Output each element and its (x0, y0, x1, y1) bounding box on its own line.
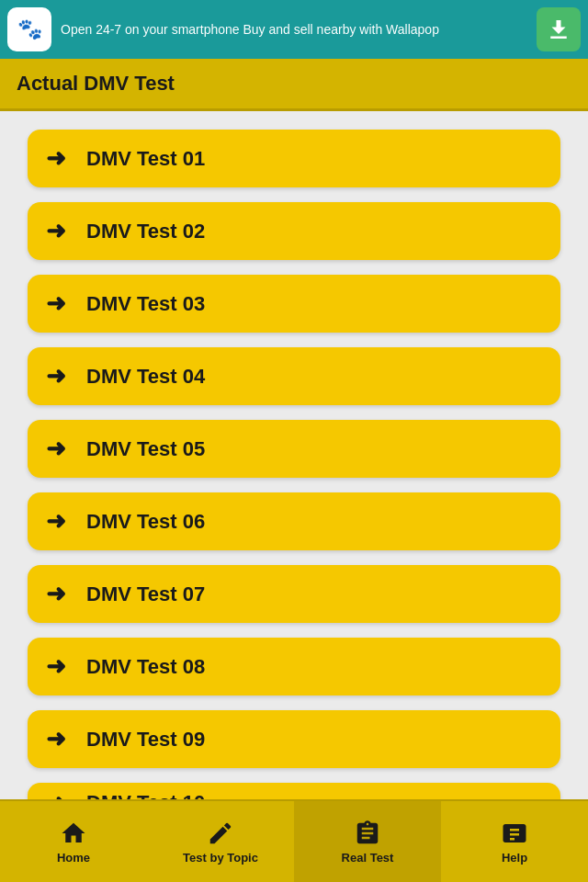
arrow-icon: ➜ (46, 144, 66, 173)
nav-label-test-by-topic: Test by Topic (183, 851, 258, 865)
nav-label-home: Home (57, 851, 90, 865)
home-icon (60, 820, 87, 847)
arrow-icon: ➜ (46, 435, 66, 463)
arrow-icon: ➜ (46, 289, 66, 318)
test-label: DMV Test 02 (86, 220, 205, 243)
download-icon (545, 16, 572, 43)
test-label: DMV Test 04 (86, 365, 205, 389)
test-btn-1[interactable]: ➜ DMV Test 01 (28, 130, 560, 187)
ad-download-button[interactable] (537, 7, 581, 51)
ad-logo: 🐾 (7, 7, 51, 51)
nav-item-home[interactable]: Home (0, 801, 147, 882)
test-label: DMV Test 05 (86, 437, 205, 461)
ad-banner[interactable]: 🐾 Open 24-7 on your smartphone Buy and s… (0, 0, 588, 59)
arrow-icon: ➜ (46, 725, 66, 753)
test-btn-9[interactable]: ➜ DMV Test 09 (28, 710, 560, 768)
help-icon (501, 820, 528, 847)
clipboard-icon (354, 820, 381, 847)
test-label: DMV Test 09 (86, 728, 205, 752)
test-btn-3[interactable]: ➜ DMV Test 03 (28, 275, 560, 333)
test-btn-6[interactable]: ➜ DMV Test 06 (28, 492, 560, 550)
main-content: ➜ DMV Test 01 ➜ DMV Test 02 ➜ DMV Test 0… (0, 111, 588, 882)
arrow-icon: ➜ (46, 362, 66, 390)
test-btn-2[interactable]: ➜ DMV Test 02 (28, 202, 560, 260)
bottom-nav: Home Test by Topic Real Test Help (0, 799, 588, 882)
test-label: DMV Test 01 (86, 147, 205, 171)
nav-label-help: Help (502, 851, 527, 865)
page-header: Actual DMV Test (0, 59, 588, 111)
test-label: DMV Test 03 (86, 292, 205, 316)
arrow-icon: ➜ (46, 580, 66, 608)
test-label: DMV Test 06 (86, 510, 205, 534)
test-btn-8[interactable]: ➜ DMV Test 08 (28, 638, 560, 695)
test-btn-5[interactable]: ➜ DMV Test 05 (28, 420, 560, 478)
test-label: DMV Test 07 (86, 582, 205, 606)
test-list: ➜ DMV Test 01 ➜ DMV Test 02 ➜ DMV Test 0… (28, 130, 560, 823)
nav-item-test-by-topic[interactable]: Test by Topic (147, 801, 294, 882)
nav-label-real-test: Real Test (342, 851, 394, 865)
nav-item-real-test[interactable]: Real Test (294, 801, 441, 882)
nav-item-help[interactable]: Help (441, 801, 588, 882)
arrow-icon: ➜ (46, 507, 66, 536)
arrow-icon: ➜ (46, 652, 66, 681)
test-label: DMV Test 08 (86, 655, 205, 679)
ad-text: Open 24-7 on your smartphone Buy and sel… (61, 22, 537, 37)
page-title: Actual DMV Test (17, 72, 175, 95)
test-btn-7[interactable]: ➜ DMV Test 07 (28, 565, 560, 623)
test-btn-4[interactable]: ➜ DMV Test 04 (28, 347, 560, 405)
pencil-icon (207, 820, 234, 847)
arrow-icon: ➜ (46, 217, 66, 245)
